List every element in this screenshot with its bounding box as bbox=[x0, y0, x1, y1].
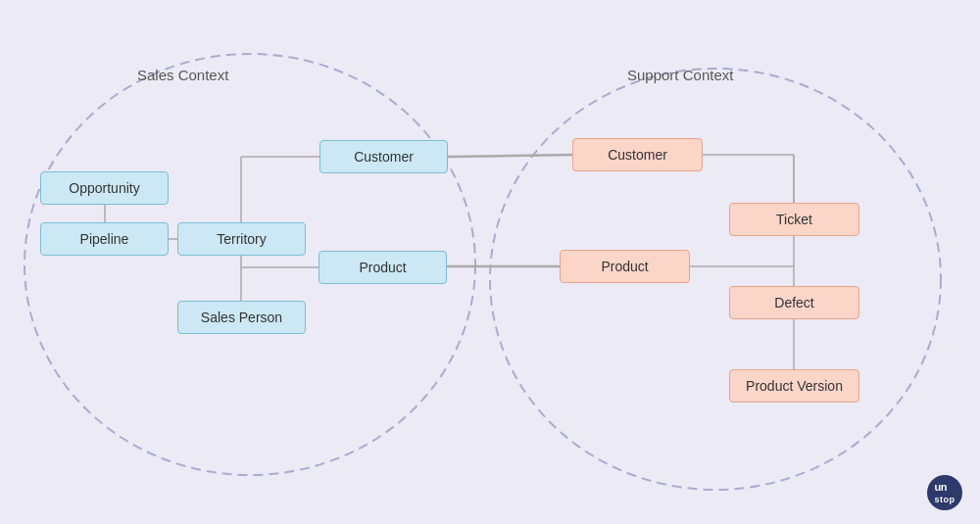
sales-person-node: Sales Person bbox=[177, 301, 306, 334]
support-product-node: Product bbox=[560, 250, 690, 283]
support-context-label: Support Context bbox=[627, 67, 733, 83]
sales-context-label: Sales Context bbox=[137, 67, 228, 83]
svg-point-1 bbox=[490, 69, 941, 490]
support-customer-node: Customer bbox=[572, 138, 703, 171]
logo-circle: unstop bbox=[927, 475, 962, 510]
logo-text: unstop bbox=[935, 481, 956, 504]
svg-line-9 bbox=[448, 155, 572, 157]
territory-node: Territory bbox=[177, 222, 306, 256]
defect-node: Defect bbox=[729, 286, 859, 319]
opportunity-node: Opportunity bbox=[40, 171, 169, 205]
ticket-node: Ticket bbox=[729, 203, 859, 236]
pipeline-node: Pipeline bbox=[40, 222, 169, 256]
diagram-container: Sales Context Support Context Opportunit… bbox=[0, 0, 980, 524]
sales-customer-node: Customer bbox=[319, 140, 448, 173]
product-version-node: Product Version bbox=[729, 369, 859, 403]
logo: unstop bbox=[927, 475, 962, 510]
sales-product-node: Product bbox=[318, 251, 447, 284]
